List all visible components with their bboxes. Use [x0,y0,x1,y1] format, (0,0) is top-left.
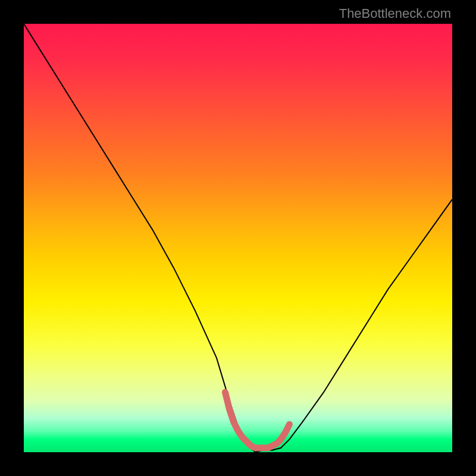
plot-area [24,24,452,452]
optimal-zone-marker [225,392,289,448]
watermark-text: TheBottleneck.com [339,6,451,21]
curve-svg [24,24,452,452]
bottleneck-curve [24,24,452,452]
chart-container: TheBottleneck.com [0,0,476,476]
